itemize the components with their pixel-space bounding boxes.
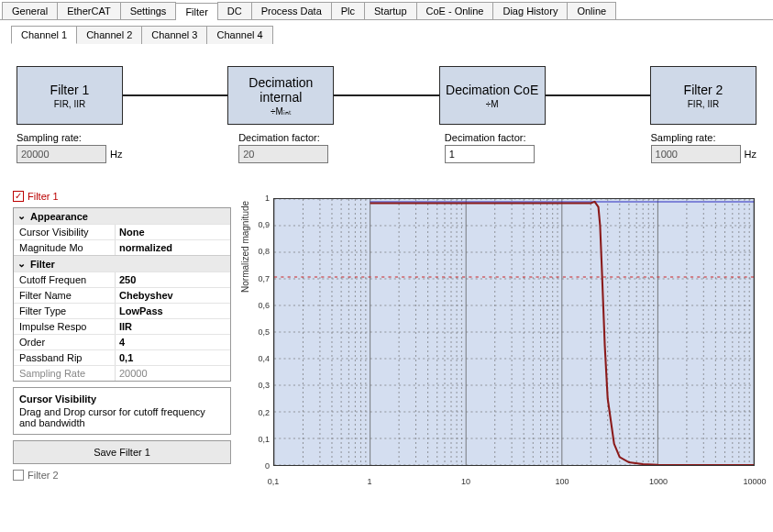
save-filter1-button[interactable]: Save Filter 1 — [13, 440, 231, 464]
chevron-down-icon[interactable]: ⌄ — [17, 258, 27, 270]
prop-row[interactable]: Cutoff Frequen250 — [14, 272, 230, 287]
property-description-body: Drag and Drop cursor for cutoff frequenc… — [19, 406, 225, 428]
chart-y-tick: 1 — [251, 194, 270, 203]
prop-key: Impulse Respo — [14, 319, 115, 334]
tab-dc[interactable]: DC — [217, 2, 252, 19]
prop-row[interactable]: Passband Rip0,1 — [14, 349, 230, 365]
pipeline-block-3[interactable]: Filter 2FIR, IIR — [650, 66, 756, 125]
chart-y-tick: 0 — [251, 461, 270, 471]
filter2-checkbox[interactable] — [13, 470, 24, 481]
filter2-checkbox-label: Filter 2 — [28, 470, 59, 481]
subtab-channel-1[interactable]: Channel 1 — [11, 26, 77, 44]
pipeline-param-1: Decimation factor: — [238, 132, 328, 163]
filter-pipeline: Filter 1FIR, IIRDecimation internal÷Mᵢₙₜ… — [13, 51, 760, 128]
prop-key: Magnitude Mo — [14, 240, 115, 255]
tab-ethercat[interactable]: EtherCAT — [57, 2, 120, 19]
subtab-channel-3[interactable]: Channel 3 — [141, 26, 207, 44]
chart-y-tick: 0,3 — [251, 381, 270, 390]
pipeline-param-3: Sampling rate:Hz — [651, 132, 756, 163]
content-area: Filter 1FIR, IIRDecimation internal÷Mᵢₙₜ… — [0, 44, 773, 493]
pipeline-param-unit: Hz — [110, 149, 122, 160]
chevron-down-icon[interactable]: ⌄ — [17, 210, 27, 222]
prop-key: Passband Rip — [14, 350, 115, 365]
propgrid-cat-filter-label: Filter — [30, 259, 55, 270]
tab-plc[interactable]: Plc — [331, 2, 365, 19]
chart-y-tick: 0,8 — [251, 247, 270, 256]
prop-row[interactable]: Filter NameChebyshev — [14, 287, 230, 303]
pipeline-block-subtitle: ÷Mᵢₙₜ — [271, 106, 292, 116]
channel-subtabs: Channel 1Channel 2Channel 3Channel 4 — [0, 20, 773, 44]
prop-value[interactable]: 20000 — [115, 366, 230, 381]
tab-startup[interactable]: Startup — [364, 2, 416, 19]
prop-row[interactable]: Cursor VisibilityNone — [14, 224, 230, 239]
filter2-checkbox-line[interactable]: Filter 2 — [13, 470, 231, 481]
prop-key: Filter Name — [14, 288, 115, 303]
propgrid-cat-appearance[interactable]: ⌄ Appearance — [14, 208, 230, 224]
pipeline-param-input-2[interactable] — [445, 145, 535, 163]
prop-value[interactable]: 4 — [115, 335, 230, 349]
pipeline-block-subtitle: FIR, IIR — [54, 99, 85, 109]
prop-row[interactable]: Impulse RespoIIR — [14, 318, 230, 334]
pipeline-param-input-3 — [651, 145, 741, 163]
prop-value[interactable]: normalized — [115, 240, 230, 255]
lower-area: Filter 1 ⌄ Appearance Cursor VisibilityN… — [13, 191, 760, 486]
tab-process-data[interactable]: Process Data — [251, 2, 332, 19]
tab-filter[interactable]: Filter — [175, 3, 217, 20]
subtab-channel-2[interactable]: Channel 2 — [76, 26, 142, 44]
pipeline-block-title: Decimation CoE — [446, 83, 538, 97]
tab-coe-online[interactable]: CoE - Online — [416, 2, 494, 19]
pipeline-param-2: Decimation factor: — [445, 132, 535, 163]
filter1-checkbox-label: Filter 1 — [28, 191, 59, 202]
prop-value[interactable]: 250 — [115, 272, 230, 287]
tab-settings[interactable]: Settings — [120, 2, 177, 19]
prop-key: Order — [14, 335, 115, 349]
left-column: Filter 1 ⌄ Appearance Cursor VisibilityN… — [13, 191, 231, 486]
filter1-checkbox[interactable] — [13, 191, 24, 202]
pipeline-param-input-1 — [238, 145, 328, 163]
prop-key: Cursor Visibility — [14, 225, 115, 239]
tab-diag-history[interactable]: Diag History — [492, 2, 568, 19]
filter1-checkbox-line[interactable]: Filter 1 — [13, 191, 231, 202]
chart-x-tick: 1000 — [649, 477, 668, 486]
chart-plot-area[interactable] — [273, 198, 755, 466]
propgrid-cat-filter[interactable]: ⌄ Filter — [14, 255, 230, 272]
window-root: GeneralEtherCATSettingsFilterDCProcess D… — [0, 0, 773, 532]
prop-row[interactable]: Sampling Rate20000 — [14, 365, 230, 381]
chart-y-tick: 0,7 — [251, 274, 270, 283]
prop-value[interactable]: None — [115, 225, 230, 239]
subtab-channel-4[interactable]: Channel 4 — [206, 26, 272, 44]
prop-value[interactable]: IIR — [115, 319, 230, 334]
pipeline-block-subtitle: ÷M — [486, 99, 499, 109]
prop-value[interactable]: Chebyshev — [115, 288, 230, 303]
chart-x-tick: 10 — [461, 477, 470, 486]
prop-row[interactable]: Magnitude Monormalized — [14, 239, 230, 255]
pipeline-block-0[interactable]: Filter 1FIR, IIR — [17, 66, 123, 125]
pipeline-param-label: Sampling rate: — [651, 132, 756, 143]
tab-online[interactable]: Online — [567, 2, 616, 19]
chart-x-tick: 10000 — [743, 477, 766, 486]
tab-general[interactable]: General — [2, 2, 58, 19]
prop-row[interactable]: Filter TypeLowPass — [14, 303, 230, 318]
pipeline-param-label: Decimation factor: — [238, 132, 328, 143]
prop-key: Sampling Rate — [14, 366, 115, 381]
chart-y-tick: 0,6 — [251, 301, 270, 310]
chart-y-tick: 0,1 — [251, 435, 270, 444]
prop-value[interactable]: 0,1 — [115, 350, 230, 365]
pipeline-connector — [546, 94, 650, 96]
chart-y-tick: 0,4 — [251, 354, 270, 363]
prop-value[interactable]: LowPass — [115, 304, 230, 318]
chart-x-tick: 0,1 — [268, 477, 280, 486]
chart-y-axis-label: Normalized magnitude — [240, 201, 250, 293]
chart-x-tick: 1 — [367, 477, 371, 486]
chart-x-tick: 100 — [555, 477, 569, 486]
pipeline-block-1[interactable]: Decimation internal÷Mᵢₙₜ — [227, 66, 334, 125]
pipeline-connector — [334, 94, 438, 96]
propgrid-cat-appearance-label: Appearance — [30, 211, 88, 222]
pipeline-block-2[interactable]: Decimation CoE÷M — [439, 66, 546, 125]
pipeline-param-label: Sampling rate: — [17, 132, 122, 143]
property-grid[interactable]: ⌄ Appearance Cursor VisibilityNoneMagnit… — [13, 207, 231, 382]
prop-row[interactable]: Order4 — [14, 334, 230, 349]
chart-y-tick: 0,5 — [251, 327, 270, 337]
pipeline-block-subtitle: FIR, IIR — [688, 99, 719, 109]
chart-y-tick: 0,2 — [251, 408, 270, 417]
